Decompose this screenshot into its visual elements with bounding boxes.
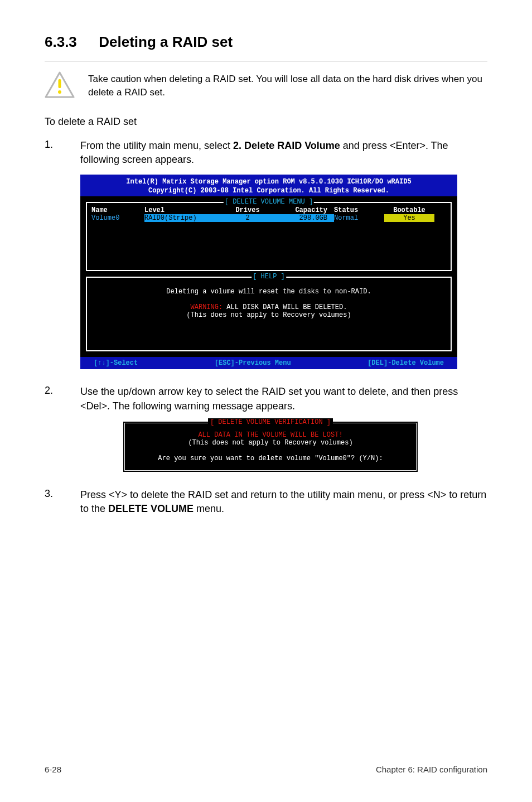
svg-rect-1 <box>59 79 61 88</box>
caution-block: Take caution when deleting a RAID set. Y… <box>45 71 487 99</box>
col-drives: Drives <box>228 206 267 214</box>
step-3: 3. Press <Y> to delete the RAID set and … <box>45 488 487 516</box>
bios-header: Intel(R) Matrix Storage Manager option R… <box>80 175 457 196</box>
row-drives: 2 <box>228 214 267 222</box>
verify-line2: (This does not apply to Recovery volumes… <box>132 439 409 447</box>
col-capacity: Capacity <box>267 206 334 214</box>
chapter-label: Chapter 6: RAID configuration <box>376 765 487 774</box>
section-number: 6.3.3 <box>45 33 95 51</box>
help-frame: [ HELP ] Deleting a volume will reset th… <box>86 277 452 351</box>
verify-line1: ALL DATA IN THE VOLUME WILL BE LOST! <box>132 431 409 439</box>
row-name: Volume0 <box>91 214 144 222</box>
footer-select: [↑↓]-Select <box>94 359 138 367</box>
row-level: RAID0(Stripe) <box>144 214 228 222</box>
row-bootable: Yes <box>384 214 434 222</box>
step3-suffix: menu. <box>194 503 224 514</box>
caution-text: Take caution when deleting a RAID set. Y… <box>88 71 487 99</box>
section-heading: 6.3.3 Deleting a RAID set <box>45 33 487 51</box>
page-number: 6-28 <box>45 765 61 774</box>
bios-footer: [↑↓]-Select [ESC]-Previous Menu [DEL]-De… <box>80 357 457 369</box>
bios-screenshot: Intel(R) Matrix Storage Manager option R… <box>80 175 457 369</box>
step-1: 1. From the utility main menu, select 2.… <box>45 139 487 167</box>
step1-prefix: From the utility main menu, select <box>80 140 233 151</box>
step-body: From the utility main menu, select 2. De… <box>80 139 487 167</box>
delete-verification-box: [ DELETE VOLUME VERIFICATION ] ALL DATA … <box>123 421 418 472</box>
step-number: 1. <box>45 139 67 167</box>
bios-header-line2: Copyright(C) 2003-08 Intel Corporation. … <box>83 187 455 196</box>
row-status: Normal <box>334 214 384 222</box>
footer-del: [DEL]-Delete Volume <box>367 359 444 367</box>
help-line3: (This does not apply to Recovery volumes… <box>91 311 446 319</box>
help-label: [ HELP ] <box>252 273 286 281</box>
table-row[interactable]: Volume0 RAID0(Stripe) 2 298.0GB Normal Y… <box>91 214 446 222</box>
step1-bold: 2. Delete RAID Volume <box>233 140 340 151</box>
step-number: 2. <box>45 385 67 413</box>
help-warn-prefix: WARNING: <box>191 303 223 311</box>
section-title: Deleting a RAID set <box>99 33 233 50</box>
verify-line3: Are you sure you want to delete volume "… <box>132 455 409 462</box>
step-body: Press <Y> to delete the RAID set and ret… <box>80 488 487 516</box>
col-level: Level <box>144 206 228 214</box>
intro-text: To delete a RAID set <box>45 115 487 129</box>
step-body: Use the up/down arrow key to select the … <box>80 385 487 413</box>
delete-volume-menu-frame: [ DELETE VOLUME MENU ] Name Level Drives… <box>86 202 452 271</box>
help-warn-rest: ALL DISK DATA WILL BE DELETED. <box>223 303 347 311</box>
delete-volume-menu-label: [ DELETE VOLUME MENU ] <box>224 198 314 206</box>
step3-bold: DELETE VOLUME <box>108 503 194 514</box>
help-line2: WARNING: ALL DISK DATA WILL BE DELETED. <box>91 303 446 311</box>
caution-icon <box>45 71 75 98</box>
table-header: Name Level Drives Capacity Status Bootab… <box>91 206 446 214</box>
col-bootable: Bootable <box>384 206 434 214</box>
step-number: 3. <box>45 488 67 516</box>
bios-header-line1: Intel(R) Matrix Storage Manager option R… <box>83 178 455 187</box>
col-name: Name <box>91 206 144 214</box>
svg-point-2 <box>58 90 61 94</box>
row-capacity: 298.0GB <box>267 214 334 222</box>
page-footer: 6-28 Chapter 6: RAID configuration <box>45 765 487 774</box>
verify-label: [ DELETE VOLUME VERIFICATION ] <box>208 418 333 426</box>
col-status: Status <box>334 206 384 214</box>
divider <box>45 61 487 61</box>
step-2: 2. Use the up/down arrow key to select t… <box>45 385 487 413</box>
help-line1: Deleting a volume will reset the disks t… <box>91 288 446 296</box>
footer-esc: [ESC]-Previous Menu <box>215 359 291 367</box>
